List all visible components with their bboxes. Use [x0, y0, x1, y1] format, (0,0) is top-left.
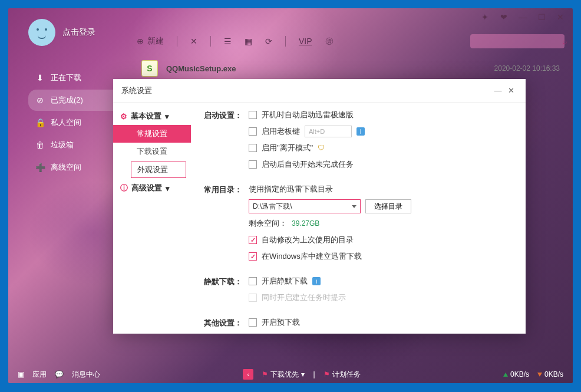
- titlebar: ✦ ❤ — ☐ ✕: [473, 8, 573, 26]
- checkbox-silent-prompt: [249, 294, 257, 302]
- sub-download[interactable]: 下载设置: [113, 143, 191, 160]
- dropdown-icon[interactable]: ❤: [500, 13, 508, 21]
- minimize-icon[interactable]: —: [519, 13, 527, 21]
- app-icon[interactable]: ▣: [18, 370, 24, 378]
- dir-desc: 使用指定的迅雷下载目录: [249, 184, 333, 195]
- skin-icon[interactable]: ✦: [481, 13, 489, 21]
- download-speed: 0KB/s: [537, 370, 563, 378]
- plus-icon: ⊕: [137, 37, 144, 46]
- maximize-icon[interactable]: ☐: [537, 13, 546, 21]
- chevron-down-icon: ▾: [165, 112, 169, 121]
- dialog-header: 系统设置 — ✕: [113, 79, 526, 103]
- search-box[interactable]: ⌕: [470, 34, 565, 48]
- checkbox-autostart[interactable]: [249, 111, 257, 119]
- sub-general[interactable]: 常规设置: [113, 125, 191, 143]
- avatar-block[interactable]: 点击登录: [28, 19, 137, 46]
- info-icon: ⓘ: [120, 183, 128, 193]
- new-button[interactable]: ⊕ 新建: [137, 36, 164, 47]
- msg-label[interactable]: 消息中心: [72, 370, 100, 380]
- chevron-down-icon: ▾: [166, 184, 170, 193]
- section-other: 其他设置： 开启预下载: [204, 316, 513, 332]
- msg-icon[interactable]: 💬: [55, 370, 64, 378]
- schedule-button[interactable]: ⚑ 计划任务: [323, 370, 361, 380]
- refresh-icon[interactable]: ⟳: [265, 37, 272, 46]
- opt-label: 启用"离开模式": [262, 143, 313, 153]
- opt-label: 开机时自动启动迅雷极速版: [262, 110, 354, 120]
- download-speed-value: 0KB/s: [544, 370, 563, 378]
- app-label[interactable]: 应用: [32, 370, 47, 380]
- sidebar-item-label: 垃圾箱: [51, 140, 74, 150]
- close-icon[interactable]: ✕: [556, 13, 565, 21]
- checkbox-awaymode[interactable]: [249, 144, 257, 152]
- delete-icon[interactable]: ✕: [190, 37, 197, 46]
- category-label: 基本设置: [131, 111, 161, 121]
- dialog-title: 系统设置: [121, 85, 152, 96]
- sidebar-item-label: 已完成(2): [51, 95, 83, 106]
- avatar-icon: [28, 19, 55, 46]
- dialog-close-icon[interactable]: ✕: [504, 84, 517, 97]
- vip-icon[interactable]: VIP: [299, 37, 312, 46]
- opt-label: 在Windows库中建立迅雷下载: [262, 251, 362, 262]
- file-name: QQMusicSetup.exe: [166, 64, 236, 73]
- schedule-label: 计划任务: [332, 370, 361, 380]
- main-window: ✦ ❤ — ☐ ✕ 点击登录 ⬇ 正在下载 ⊘ 已完成(2) 🔒 私人空间 🗑 …: [8, 8, 573, 383]
- category-label: 高级设置: [131, 183, 162, 193]
- new-label: 新建: [147, 36, 164, 47]
- section-silent: 静默下载： 开启静默下载i 同时开启建立任务时提示: [204, 275, 513, 308]
- freespace-prefix: 剩余空间：: [249, 218, 287, 229]
- info-icon[interactable]: i: [356, 127, 365, 136]
- section-label: 启动设置：: [204, 108, 249, 174]
- arrow-down-icon: [537, 373, 542, 377]
- upload-speed: 0KB/s: [503, 370, 529, 378]
- separator: [177, 36, 177, 47]
- section-label: 常用目录：: [204, 183, 249, 266]
- checkbox-resume[interactable]: [249, 160, 257, 169]
- plus-icon: ➕: [35, 163, 45, 172]
- opt-label: 开启预下载: [262, 317, 300, 328]
- file-icon[interactable]: ☰: [224, 37, 232, 46]
- file-row[interactable]: S QQMusicSetup.exe 2020-02-02 10:16:33: [137, 57, 565, 80]
- chevron-left-icon[interactable]: ‹: [243, 369, 253, 380]
- shortcut-input[interactable]: Alt+D: [305, 126, 352, 137]
- search-input[interactable]: [474, 37, 562, 45]
- checkbox-silent[interactable]: [249, 277, 257, 285]
- opt-label: 启动后自动开始未完成任务: [262, 159, 354, 170]
- category-basic[interactable]: ⚙ 基本设置 ▾: [113, 107, 191, 125]
- lock-icon: 🔒: [35, 118, 45, 127]
- opt-label: 开启静默下载: [262, 276, 308, 286]
- exe-icon: S: [141, 60, 158, 77]
- gear-icon: ⚙: [120, 112, 127, 121]
- opt-label: 启用老板键: [262, 126, 300, 137]
- opt-label: 自动修改为上次使用的目录: [262, 235, 354, 245]
- opt-label: 同时开启建立任务时提示: [262, 292, 346, 303]
- sidebar-item-label: 私人空间: [51, 117, 81, 128]
- checkbox-lastdir[interactable]: [249, 236, 257, 244]
- download-icon: ⬇: [35, 73, 45, 83]
- flag-icon: ⚑: [262, 370, 268, 378]
- sidebar-item-label: 离线空间: [51, 162, 81, 173]
- separator: [210, 36, 211, 47]
- search-icon[interactable]: ⌕: [562, 37, 567, 46]
- bottombar: ▣ 应用 💬 消息中心 ‹ ⚑ 下载优先 ▾ | ⚑ 计划任务 0KB/s 0K…: [8, 365, 573, 383]
- category-advanced[interactable]: ⓘ 高级设置 ▾: [113, 179, 191, 197]
- section-label: 静默下载：: [204, 275, 249, 308]
- separator: [285, 36, 286, 47]
- section-directory: 常用目录： 使用指定的迅雷下载目录 D:\迅雷下载\ 选择目录 剩余空间：39.…: [204, 183, 513, 266]
- info-icon[interactable]: i: [312, 277, 321, 285]
- coin-icon[interactable]: ㊮: [325, 36, 334, 47]
- login-text: 点击登录: [62, 27, 95, 38]
- settings-dialog: 系统设置 — ✕ ⚙ 基本设置 ▾ 常规设置 下载设置 外观设置 ⓘ 高级设置 …: [113, 79, 526, 334]
- sidebar-item-label: 正在下载: [51, 73, 81, 83]
- checkbox-predownload[interactable]: [249, 318, 257, 327]
- checkbox-winlib[interactable]: [249, 252, 257, 261]
- choose-dir-button[interactable]: 选择目录: [365, 199, 411, 213]
- section-label: 其他设置：: [204, 316, 249, 332]
- topbar: ⊕ 新建 ✕ ☰ ▦ ⟳ VIP ㊮ ⌕: [137, 31, 565, 52]
- path-dropdown[interactable]: D:\迅雷下载\: [249, 199, 361, 213]
- trash-icon: 🗑: [35, 140, 45, 150]
- grid-icon[interactable]: ▦: [245, 37, 252, 46]
- checkbox-bosskey[interactable]: [249, 127, 257, 136]
- dialog-minimize-icon[interactable]: —: [491, 84, 504, 97]
- sub-appearance[interactable]: 外观设置: [131, 162, 186, 178]
- priority-button[interactable]: ⚑ 下载优先 ▾: [262, 370, 305, 380]
